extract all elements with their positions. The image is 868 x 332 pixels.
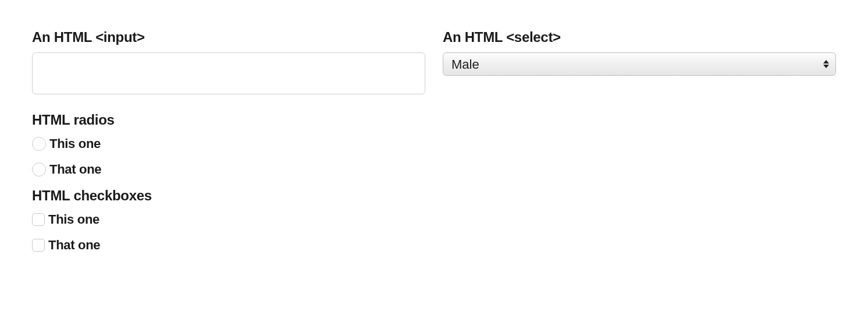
checkbox-option-row: This one <box>32 212 836 227</box>
select-wrap: Male <box>443 52 836 76</box>
input-label: An HTML <input> <box>32 29 425 45</box>
select-dropdown[interactable]: Male <box>443 52 836 76</box>
checkbox-option-label[interactable]: This one <box>48 212 99 227</box>
select-column: An HTML <select> Male <box>443 29 836 76</box>
radio-option-label[interactable]: This one <box>49 136 101 151</box>
checkbox-option-row: That one <box>32 238 836 253</box>
checkbox-group: HTML checkboxes This one That one <box>32 188 836 253</box>
radio-input[interactable] <box>32 137 46 151</box>
checkbox-input[interactable] <box>32 213 45 226</box>
radio-input[interactable] <box>32 163 46 176</box>
radio-option-row: That one <box>32 162 836 177</box>
radio-group-title: HTML radios <box>32 112 836 128</box>
text-input[interactable] <box>32 52 425 94</box>
checkbox-input[interactable] <box>32 239 45 252</box>
select-label: An HTML <select> <box>443 29 836 45</box>
radio-group: HTML radios This one That one <box>32 112 836 177</box>
checkbox-group-title: HTML checkboxes <box>32 188 836 204</box>
radio-option-row: This one <box>32 136 836 151</box>
checkbox-option-label[interactable]: That one <box>48 238 100 253</box>
radio-option-label[interactable]: That one <box>49 162 101 177</box>
input-column: An HTML <input> <box>32 29 425 94</box>
